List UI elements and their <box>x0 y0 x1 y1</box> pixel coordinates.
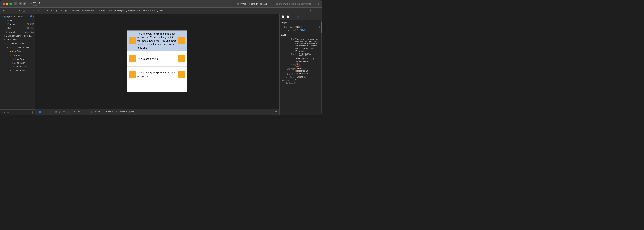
filter-options-button[interactable]: ⊞ <box>32 111 33 114</box>
tree-item-myapp[interactable]: ▾ ▣ MyApp PID 91304 ● ⎘ <box>0 15 35 18</box>
view-button-9[interactable]: ▣ <box>54 9 58 13</box>
view-button-2[interactable]: △ <box>22 9 26 13</box>
label-myapp: MyApp PID 91304 <box>6 15 29 18</box>
arrow-button[interactable]: → <box>85 110 89 113</box>
view-button-1[interactable]: ⊞ <box>17 9 21 13</box>
tree-item-network[interactable]: ⊙ Network Zero KB/s <box>0 30 35 34</box>
app-label: ▣ <box>90 111 92 113</box>
step-up-button[interactable]: ↑ <box>70 110 72 113</box>
tab-myapp[interactable]: ▣ MyApp › iPhone 14 Pro Max <box>235 2 269 6</box>
nav-back-button[interactable]: ‹ <box>6 9 10 13</box>
align-row: Aligned Natural <box>281 61 320 63</box>
right-scrollbar[interactable] <box>321 20 322 115</box>
size-inspector-button[interactable]: ◈ <box>301 15 305 19</box>
chevron-myapp: ▾ <box>2 16 4 18</box>
tree-item-customcell[interactable]: ▾ □ CustomCell <box>0 69 35 73</box>
class-name-label: Class Name <box>281 26 294 28</box>
highlighted-label: Highlighted <box>281 82 294 84</box>
minimize-button[interactable] <box>6 3 8 5</box>
text-value: This is a very long string that goes on … <box>295 38 320 49</box>
baseline-value: Align Baselines <box>295 73 320 75</box>
tree-item-memory[interactable]: □ Memory 101.5 MB <box>0 22 35 26</box>
behavior-value: Enabled OnHighlighted Off <box>295 68 320 72</box>
label-uiview: UIView <box>14 54 34 56</box>
file-inspector-button[interactable]: 📄 <box>281 15 285 19</box>
label-section: Label Text This is a very long string th… <box>281 34 320 84</box>
step-in-button[interactable]: ▷ <box>58 110 62 113</box>
label-customcell: CustomCell <box>14 69 34 72</box>
label-network: Network <box>8 31 26 33</box>
sidebar-toggle-button[interactable]: ⊞ <box>14 2 17 6</box>
tree-item-windowscene[interactable]: ▾ □ UIWindowScene - (Foregr... <box>0 34 35 38</box>
tree-item-uidropshadow[interactable]: ▾ □ UIDropShadowView <box>0 45 35 49</box>
font-value: .SFUI-Regular 17.00pt <box>295 58 320 60</box>
step-down-button[interactable]: ↓ <box>66 110 69 113</box>
step-back-button[interactable]: ↺ <box>62 110 66 113</box>
tree-item-uiwindow[interactable]: ▾ □ UIWindow <box>0 38 35 42</box>
tree-item-uitableview[interactable]: ▾ □ UITableView <box>0 61 35 65</box>
icon-uitableview: □ <box>12 62 13 64</box>
breadcrumb-uilabel[interactable]: UILabel - This is a very long string tha… <box>98 10 163 12</box>
view-button-6[interactable]: □ <box>40 9 44 13</box>
filter-input[interactable] <box>4 111 31 113</box>
run-button[interactable]: ▶ <box>23 2 26 6</box>
tab-app-label: MyApp <box>240 3 246 5</box>
nav-forward-button[interactable]: › <box>11 9 15 13</box>
highlighted-dot <box>295 82 297 84</box>
tree-item-uiview[interactable]: ▾ □ UIView <box>0 53 35 57</box>
add-button[interactable]: ⊕ <box>73 110 76 113</box>
view-button-3[interactable]: ◇ <box>27 9 30 13</box>
toolbar: ⊞ ‹ › ⊞ △ ◇ ⊙ □ □ ⊕ ● ▣ ▷ ▣ UITableView.… <box>0 8 322 14</box>
right-panel-toggle[interactable]: ⧉ <box>275 110 278 113</box>
label-disk: Disk <box>7 27 26 29</box>
address-value: 0x147f20e20 <box>295 29 320 31</box>
attributes-inspector-button[interactable]: ★ <box>296 15 300 19</box>
close-button[interactable] <box>2 3 5 5</box>
cell-square-left-1 <box>129 37 136 44</box>
tab-device-label: iPhone 14 Pro Max <box>249 3 267 5</box>
label-uifocusco: UIFocusCo... <box>15 66 34 68</box>
tree-item-viewcontroller[interactable]: ▾ ● ViewController <box>0 49 35 53</box>
table-cell-1[interactable]: This is a very long string that goes on … <box>128 31 187 51</box>
table-cell-2[interactable]: This is short string. <box>128 51 187 67</box>
breadcrumb-uitableview[interactable]: UITableView...llContentView <box>70 10 94 12</box>
breadcrumb-l[interactable]: L <box>96 10 97 12</box>
icon-windowscene: □ <box>4 35 5 37</box>
view-button-11[interactable]: ▣ <box>64 9 68 13</box>
icon-uidropshadow: □ <box>9 46 10 49</box>
minfontscale-row: Min Font Scale 0 <box>281 79 320 81</box>
filter-icon: ⊙ <box>2 111 4 113</box>
behavior-label: Behavior <box>281 68 294 70</box>
maximize-button[interactable] <box>10 3 12 5</box>
add-tab-button[interactable]: + <box>314 2 316 6</box>
scheme-sub: main <box>33 4 40 6</box>
scheme-selector[interactable]: ⟷ MyApp main <box>29 1 40 6</box>
inspector-toggle-button[interactable]: ≡ <box>312 9 316 13</box>
step-over-button[interactable]: ▣ <box>54 110 58 113</box>
label-cpu: CPU <box>7 19 31 22</box>
tree-item-safearea[interactable]: ▸ □ Safe Area <box>0 57 35 61</box>
view-button-4[interactable]: ⊙ <box>31 9 35 13</box>
icon-viewcontroller: ● <box>10 50 12 52</box>
tree-item-uifocusco[interactable]: □ UIFocusCo... <box>0 65 35 69</box>
phone-frame: This is a very long string that goes on … <box>127 30 187 92</box>
config-button[interactable]: ✦ <box>81 110 84 113</box>
titlebar-right: + ⧉ <box>314 2 320 6</box>
tree-item-disk[interactable]: □ Disk 432 KB/s <box>0 26 35 30</box>
tree-item-uitransition[interactable]: ▾ □ UITransitionView <box>0 42 35 45</box>
help-button[interactable]: ? <box>291 15 295 19</box>
view-button-5[interactable]: □ <box>36 9 40 13</box>
main-content: ▾ ▣ MyApp PID 91304 ● ⎘ □ CPU 0% □ Memor… <box>0 14 322 115</box>
lines-row: Lines 0 <box>281 63 320 67</box>
view-button-8[interactable]: ● <box>50 9 54 13</box>
tree-item-cpu[interactable]: □ CPU 0% <box>0 18 35 22</box>
history-button[interactable]: 🕐 <box>286 15 290 19</box>
table-cell-3[interactable]: This is a very long string that goes on … <box>128 67 187 82</box>
view-button-10[interactable]: ▷ <box>59 9 63 13</box>
file-button[interactable]: ⊞ <box>2 9 6 13</box>
layout-toggle-button[interactable]: ⧉ <box>316 9 320 13</box>
layout-button[interactable]: ⧉ <box>318 3 320 5</box>
locate-button[interactable]: ⊙ <box>77 110 80 113</box>
stop-button[interactable]: ■ <box>19 2 22 6</box>
view-button-7[interactable]: ⊕ <box>45 9 49 13</box>
